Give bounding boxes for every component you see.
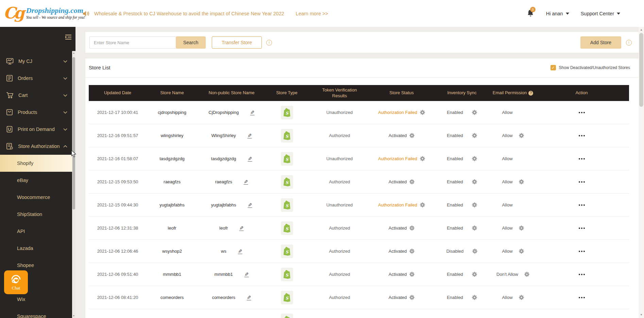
- store-status-gear-icon[interactable]: [409, 133, 414, 138]
- sidebar-item-cart[interactable]: Cart: [0, 87, 75, 104]
- store-status-text: Activated: [389, 249, 407, 254]
- row-actions-button[interactable]: [579, 181, 585, 183]
- col-email-permission: Email Permission?: [492, 90, 534, 96]
- sidebar-subitem-api[interactable]: API: [0, 223, 75, 240]
- edit-store-name-icon[interactable]: ✎: [244, 272, 249, 277]
- inventory-sync-gear-icon[interactable]: [472, 179, 477, 184]
- row-actions-button[interactable]: [579, 251, 585, 252]
- shopify-store-icon: S: [281, 268, 293, 281]
- inventory-sync-gear-icon[interactable]: [472, 225, 477, 231]
- store-status-gear-icon[interactable]: [409, 295, 414, 300]
- store-status-gear-icon[interactable]: [409, 225, 414, 231]
- edit-store-name-icon[interactable]: ✎: [248, 133, 252, 138]
- email-permission-gear-icon[interactable]: [519, 133, 524, 138]
- shopify-store-icon: S: [281, 221, 293, 235]
- add-store-button[interactable]: Add Store: [580, 36, 621, 49]
- table-row: 2021-12-17 10:00:41 cjdropshipping CjDro…: [89, 101, 629, 124]
- search-button[interactable]: Search: [176, 36, 206, 49]
- sidebar-scrollbar-thumb[interactable]: [72, 57, 75, 210]
- sidebar-item-print-on-demand[interactable]: Print on Demand: [0, 121, 75, 138]
- inventory-sync-gear-icon[interactable]: [472, 133, 477, 138]
- support-center-menu[interactable]: Support Center: [581, 11, 620, 16]
- nonpublic-store-name: leofr: [219, 225, 228, 231]
- logo-cj-mark: Cg: [3, 3, 26, 23]
- shopify-store-icon: S: [281, 129, 293, 143]
- sidebar-subitem-shipstation[interactable]: ShipStation: [0, 206, 75, 223]
- main-content: Search Transfer Store ! Add Store ! Stor…: [75, 27, 639, 318]
- sidebar-item-label: Products: [18, 110, 37, 115]
- nonpublic-store-name: raeagfzs: [215, 179, 232, 184]
- edit-store-name-icon[interactable]: ✎: [244, 179, 248, 185]
- store-status-text: Activated: [389, 133, 407, 138]
- edit-store-name-icon[interactable]: ✎: [238, 249, 242, 254]
- scroll-up-arrow-icon[interactable]: ▲: [72, 51, 75, 55]
- sidebar-scrollbar[interactable]: ▲ ▼: [72, 51, 75, 318]
- sidebar-subitem-shopify[interactable]: Shopify: [0, 155, 75, 172]
- updated-date: 2021-12-06 12:31:38: [89, 225, 147, 231]
- row-actions-button[interactable]: [579, 228, 585, 229]
- store-status-gear-icon[interactable]: [409, 272, 414, 277]
- row-actions-button[interactable]: [579, 204, 585, 206]
- row-actions-button[interactable]: [579, 135, 585, 136]
- page-scrollbar-thumb[interactable]: [639, 33, 643, 107]
- add-store-info-icon[interactable]: !: [626, 40, 632, 46]
- logo[interactable]: Cg Dropshipping.com You sell - We source…: [3, 3, 85, 23]
- email-permission-help-icon[interactable]: ?: [528, 91, 533, 96]
- sidebar-item-orders[interactable]: Orders: [0, 70, 75, 87]
- inventory-sync-gear-icon[interactable]: [472, 156, 477, 161]
- row-actions-button[interactable]: [579, 112, 585, 113]
- edit-store-name-icon[interactable]: ✎: [250, 110, 255, 115]
- email-permission-text: Don't Allow: [496, 272, 518, 277]
- inventory-sync-gear-icon[interactable]: [472, 249, 477, 254]
- scroll-down-arrow-icon[interactable]: ▼: [639, 313, 644, 317]
- sidebar-subitem-lazada[interactable]: Lazada: [0, 240, 75, 257]
- learn-more-link[interactable]: Learn more >>: [296, 11, 328, 16]
- edit-store-name-icon[interactable]: ✎: [248, 202, 252, 208]
- row-actions-button[interactable]: [579, 274, 585, 275]
- edit-store-name-icon[interactable]: ✎: [248, 156, 252, 162]
- inventory-sync-gear-icon[interactable]: [472, 272, 477, 277]
- row-actions-button[interactable]: [579, 297, 585, 298]
- store-status-gear-icon[interactable]: [409, 249, 414, 254]
- store-name: raeagfzs: [147, 179, 198, 184]
- support-center-label: Support Center: [581, 11, 614, 16]
- sidebar-item-store-authorization[interactable]: Store Authorization: [0, 138, 75, 155]
- user-menu[interactable]: Hi anan: [546, 11, 569, 16]
- row-actions-button[interactable]: [579, 158, 585, 160]
- store-status-gear-icon[interactable]: [409, 179, 414, 184]
- inventory-sync-gear-icon[interactable]: [472, 295, 477, 300]
- scroll-up-arrow-icon[interactable]: ▲: [639, 28, 644, 32]
- page-scrollbar[interactable]: ▲ ▼: [639, 27, 644, 318]
- chat-button[interactable]: Chat: [4, 270, 28, 294]
- table-row: 2021-12-06 08:41:20 comeorders comeorder…: [89, 286, 629, 309]
- token-verification-result: Authorized: [308, 133, 371, 138]
- sidebar-subitem-ebay[interactable]: eBay: [0, 172, 75, 189]
- sidebar-item-products[interactable]: Products: [0, 104, 75, 121]
- email-permission-gear-icon[interactable]: [519, 225, 524, 231]
- show-deactivated-checkbox[interactable]: ✓ Show Deactivated/Unauthorized Stores: [550, 65, 630, 70]
- store-status-gear-icon[interactable]: [420, 202, 425, 207]
- checkbox-checked-icon[interactable]: ✓: [550, 65, 556, 70]
- inventory-sync-gear-icon[interactable]: [472, 202, 477, 207]
- store-status-gear-icon[interactable]: [420, 110, 425, 115]
- notifications-bell-icon[interactable]: 3: [527, 9, 535, 18]
- sidebar-item-my-cj[interactable]: My CJ: [0, 53, 75, 70]
- store-name-search-input[interactable]: [89, 36, 176, 49]
- inventory-sync-gear-icon[interactable]: [472, 110, 477, 115]
- svg-text:S: S: [285, 203, 289, 208]
- scroll-down-arrow-icon[interactable]: ▼: [72, 314, 75, 318]
- email-permission-gear-icon[interactable]: [524, 272, 529, 277]
- store-status-gear-icon[interactable]: [420, 156, 425, 161]
- email-permission-gear-icon[interactable]: [519, 295, 524, 300]
- collapse-sidebar-icon[interactable]: [65, 34, 72, 41]
- edit-store-name-icon[interactable]: ✎: [247, 295, 251, 300]
- col-nonpublic-store-name: Non-public Store Name: [198, 90, 266, 96]
- token-verification-result: Authorized: [308, 225, 371, 231]
- email-permission-gear-icon[interactable]: [519, 249, 524, 254]
- sidebar-subitem-woocommerce[interactable]: Woocommerce: [0, 189, 75, 206]
- transfer-store-info-icon[interactable]: !: [266, 40, 272, 46]
- email-permission-gear-icon[interactable]: [519, 179, 524, 184]
- edit-store-name-icon[interactable]: ✎: [239, 225, 244, 231]
- sidebar-subitem-squarespace[interactable]: Squarespace: [0, 308, 75, 318]
- transfer-store-button[interactable]: Transfer Store: [212, 36, 262, 49]
